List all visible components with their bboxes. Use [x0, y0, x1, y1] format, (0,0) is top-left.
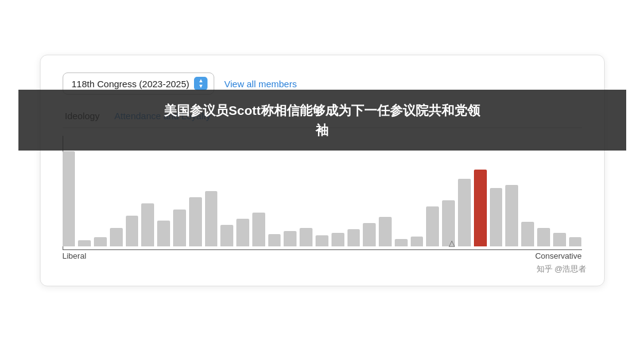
bar-31 — [553, 233, 566, 246]
bar-7 — [173, 210, 186, 246]
bar-11 — [236, 219, 249, 246]
view-all-members-link[interactable]: View all members — [224, 79, 297, 89]
arrow-down-icon: ▼ — [198, 84, 204, 89]
bar-5 — [141, 203, 154, 246]
bar-23 — [426, 206, 439, 246]
bar-32 — [569, 237, 582, 246]
bar-14 — [284, 231, 297, 246]
bar-29 — [521, 222, 534, 246]
liberal-label: Liberal — [63, 251, 87, 261]
bar-16 — [316, 235, 328, 246]
bar-13 — [268, 234, 281, 246]
bar-2 — [94, 237, 107, 246]
main-card: 118th Congress (2023-2025) ▲ ▼ View all … — [40, 55, 605, 286]
bar-15 — [300, 228, 312, 246]
conservative-label: Conservative — [535, 251, 582, 261]
bar-26 — [474, 170, 487, 246]
watermark: 知乎 @浩思者 — [537, 264, 587, 275]
axis-labels: Liberal Conservative — [63, 251, 582, 261]
congress-label: 118th Congress (2023-2025) — [72, 79, 190, 89]
bar-17 — [332, 233, 344, 246]
triangle-marker: △ — [449, 238, 455, 248]
x-axis-line — [63, 249, 582, 251]
bar-30 — [537, 228, 550, 246]
bars-container — [63, 136, 582, 246]
bar-19 — [363, 223, 376, 246]
bar-8 — [189, 197, 202, 246]
bar-3 — [110, 228, 123, 246]
bar-25 — [458, 179, 471, 246]
bar-10 — [220, 225, 233, 246]
bar-22 — [411, 237, 424, 246]
ideology-chart: △ Liberal Conservative — [63, 136, 582, 271]
bar-21 — [395, 239, 408, 246]
bar-0 — [63, 151, 76, 246]
overlay-banner: 美国参议员Scott称相信能够成为下一任参议院共和党领 袖 — [18, 90, 626, 151]
bar-6 — [157, 221, 170, 246]
bar-27 — [490, 188, 503, 246]
bar-12 — [252, 213, 265, 246]
bar-4 — [126, 216, 139, 246]
bar-28 — [505, 185, 518, 246]
bar-1 — [78, 240, 91, 246]
bar-9 — [205, 191, 218, 246]
bar-18 — [347, 229, 360, 246]
select-arrows-icon[interactable]: ▲ ▼ — [194, 77, 208, 90]
bar-20 — [379, 217, 392, 246]
